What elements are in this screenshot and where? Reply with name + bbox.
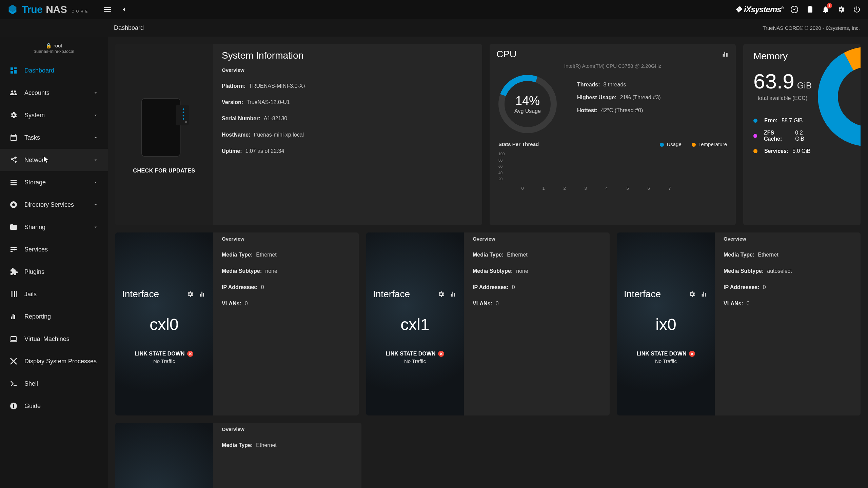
truecommand-icon[interactable] <box>790 5 799 14</box>
interface-name: ix0 <box>655 315 676 334</box>
legend-usage: Usage <box>667 141 681 147</box>
sidebar-item-plugins[interactable]: Plugins <box>0 261 108 283</box>
copyright: TrueNAS CORE® © 2020 - iXsystems, Inc. <box>763 25 860 31</box>
jail-icon <box>9 290 18 298</box>
overview-label: Overview <box>222 67 473 73</box>
cpu-highest-value: 21% (Thread #3) <box>620 95 660 101</box>
ip-addresses-value: 0 <box>763 284 766 290</box>
no-traffic: No Traffic <box>153 358 175 364</box>
svg-point-9 <box>183 111 184 113</box>
check-updates-button[interactable]: CHECK FOR UPDATES <box>133 168 195 174</box>
overview-label: Overview <box>473 236 601 242</box>
sidebar-item-shell[interactable]: Shell <box>0 372 108 395</box>
sidebar-item-label: Shell <box>24 380 98 387</box>
sidebar-item-storage[interactable]: Storage <box>0 171 108 194</box>
card-cpu: CPU Intel(R) Atom(TM) CPU C3758 @ 2.20GH… <box>490 44 736 225</box>
chevron-down-icon <box>93 135 98 140</box>
truenas-icon <box>7 4 18 15</box>
sidebar-item-dashboard[interactable]: Dashboard <box>0 59 108 82</box>
sidebar-item-services[interactable]: Services <box>0 238 108 261</box>
brand-nas: NAS <box>46 4 67 15</box>
media-type-value: Ethernet <box>507 252 527 258</box>
chart-title: Stats Per Thread <box>498 141 539 147</box>
menu-icon[interactable] <box>103 5 112 14</box>
media-subtype-value: autoselect <box>767 268 792 274</box>
cpu-hottest-value: 42°C (Thread #0) <box>601 107 643 114</box>
card-title: Memory <box>753 51 788 62</box>
uptime-value: 1:07 as of 22:34 <box>245 148 284 154</box>
chart-icon[interactable] <box>199 290 206 298</box>
sidebar-item-sharing[interactable]: Sharing <box>0 216 108 238</box>
brand-logo[interactable]: TrueNAS CORE <box>7 4 90 15</box>
card-memory: Memory 63.9GiB total available (ECC) Fre… <box>743 44 861 225</box>
sidebar-item-label: Display System Processes <box>24 358 98 365</box>
vlans-value: 0 <box>496 301 499 307</box>
ip-addresses-value: 0 <box>512 284 515 290</box>
card-interface-ix1: Interface ix1 Overview Media Type:Ethern… <box>115 423 361 488</box>
nas-device-image <box>137 95 191 160</box>
card-system-information: CHECK FOR UPDATES System Information Ove… <box>115 44 482 225</box>
version-value: TrueNAS-12.0-U1 <box>246 99 290 105</box>
info-icon <box>9 402 18 410</box>
card-title: Interface <box>624 289 661 300</box>
memory-total-sub: total available (ECC) <box>753 95 812 101</box>
close-icon: ✕ <box>187 351 193 357</box>
sidebar-item-jails[interactable]: Jails <box>0 283 108 305</box>
folder-icon <box>9 223 18 231</box>
brand-true: True <box>22 4 42 15</box>
power-icon[interactable] <box>852 5 861 14</box>
cpu-model: Intel(R) Atom(TM) CPU C3758 @ 2.20GHz <box>490 63 736 69</box>
hub-icon <box>9 201 18 209</box>
chevron-down-icon <box>93 180 98 185</box>
sidebar-item-accounts[interactable]: Accounts <box>0 82 108 104</box>
svg-point-2 <box>12 203 15 206</box>
card-interface-ix0: Interface ix0 LINK STATE DOWN✕ No Traffi… <box>617 232 861 415</box>
sidebar-item-label: Plugins <box>24 268 98 276</box>
card-interface-cxl1: Interface cxl1 LINK STATE DOWN✕ No Traff… <box>366 232 610 415</box>
gear-icon[interactable] <box>688 290 696 298</box>
interface-panel: Interface ix0 LINK STATE DOWN✕ No Traffi… <box>617 232 715 415</box>
ixsystems-logo[interactable]: ❖ iXsystems® <box>735 5 783 14</box>
clipboard-icon[interactable] <box>806 5 814 14</box>
settings-icon <box>9 111 18 119</box>
mem-free-value: 58.7 GiB <box>782 118 803 124</box>
sidebar-item-label: Reporting <box>24 313 98 320</box>
sidebar-item-virtual-machines[interactable]: Virtual Machines <box>0 328 108 350</box>
settings-icon[interactable] <box>837 5 846 14</box>
card-title: System Information <box>213 44 482 64</box>
chart-icon[interactable] <box>701 290 708 298</box>
chart-icon <box>9 312 18 321</box>
card-title: CPU <box>496 49 516 60</box>
system-image-panel: CHECK FOR UPDATES <box>115 44 213 225</box>
memory-donut-chart <box>815 44 861 149</box>
gear-icon[interactable] <box>437 290 445 298</box>
sidebar-item-label: Services <box>24 246 98 253</box>
breadcrumb-bar: Dashboard TrueNAS CORE® © 2020 - iXsyste… <box>0 19 868 37</box>
notifications-icon[interactable] <box>821 5 830 14</box>
chart-icon[interactable] <box>450 290 457 298</box>
storage-icon <box>9 178 18 186</box>
sidebar-item-label: Directory Services <box>24 201 86 208</box>
gear-icon[interactable] <box>186 290 194 298</box>
sidebar-item-display-system-processes[interactable]: Display System Processes <box>0 350 108 372</box>
chart-icon[interactable] <box>722 50 729 58</box>
svg-point-10 <box>183 115 184 117</box>
sidebar-item-system[interactable]: System <box>0 104 108 126</box>
link-state: LINK STATE DOWN✕ <box>637 351 695 357</box>
sidebar-item-directory-services[interactable]: Directory Services <box>0 194 108 216</box>
sidebar-item-guide[interactable]: Guide <box>0 395 108 417</box>
media-subtype-value: none <box>265 268 277 274</box>
sidebar-item-tasks[interactable]: Tasks <box>0 126 108 149</box>
vlans-value: 0 <box>245 301 248 307</box>
chevron-down-icon <box>93 224 98 230</box>
breadcrumb: Dashboard <box>114 24 144 32</box>
sidebar-hostname: truenas-mini-xp.local <box>0 49 108 54</box>
platform-value: TRUENAS-MINI-3.0-X+ <box>249 83 306 89</box>
sidebar-item-reporting[interactable]: Reporting <box>0 305 108 328</box>
sidebar-item-network[interactable]: Network <box>0 149 108 171</box>
chevron-down-icon <box>93 157 98 163</box>
laptop-icon <box>9 335 18 343</box>
back-icon[interactable] <box>119 5 128 14</box>
card-interface-cxl0: Interface cxl0 LINK STATE DOWN✕ No Traff… <box>115 232 359 415</box>
hostname-value: truenas-mini-xp.local <box>254 132 304 138</box>
